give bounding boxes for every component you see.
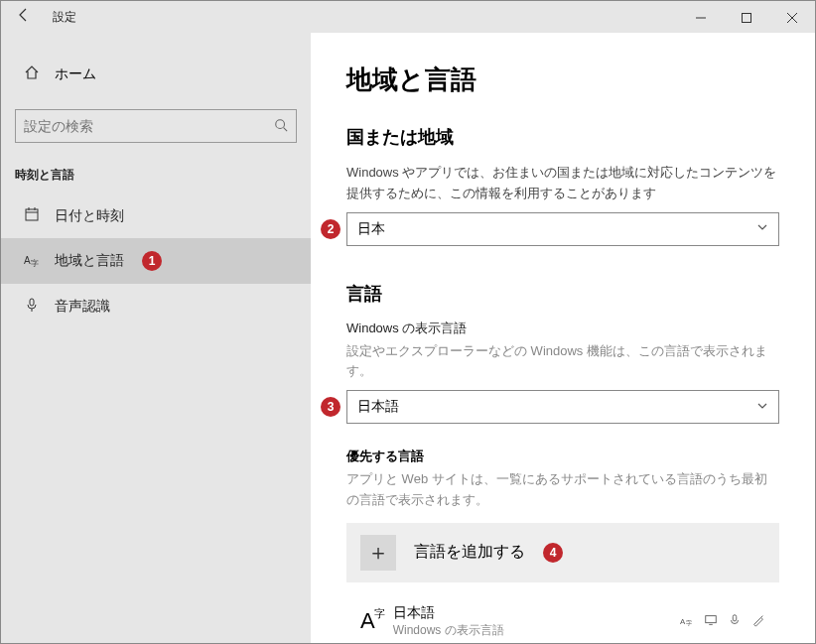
display-language-value: 日本語 — [357, 398, 399, 416]
callout-1: 1 — [142, 251, 162, 271]
svg-rect-4 — [26, 209, 38, 220]
svg-text:A: A — [680, 616, 686, 625]
preferred-languages-desc: アプリと Web サイトは、一覧にあるサポートされている言語のうち最初の言語で表… — [346, 469, 779, 511]
plus-icon: ＋ — [360, 535, 396, 571]
calendar-icon — [23, 206, 41, 225]
display-language-label: Windows の表示言語 — [346, 320, 779, 337]
sidebar-item-label: 音声認識 — [55, 298, 110, 316]
search-icon — [274, 118, 288, 135]
svg-rect-1 — [743, 13, 751, 22]
region-desc: Windows やアプリでは、お住まいの国または地域に対応したコンテンツを提供す… — [346, 163, 779, 204]
speech-icon — [728, 613, 742, 630]
display-icon — [704, 613, 718, 630]
home-icon — [23, 64, 41, 83]
language-sub: Windows の表示言語 — [393, 622, 504, 639]
category-label: 時刻と言語 — [1, 167, 311, 193]
sidebar-item-label: 日付と時刻 — [55, 207, 124, 225]
add-language-label: 言語を追加する — [414, 542, 525, 563]
page-title: 地域と言語 — [346, 63, 779, 97]
language-icon: A字 — [23, 252, 41, 271]
svg-point-2 — [276, 119, 285, 128]
sidebar-item-region-language[interactable]: A字 地域と言語 1 — [1, 238, 311, 284]
display-language-dropdown[interactable]: 日本語 — [346, 390, 779, 424]
titlebar: 設定 — [1, 1, 815, 33]
maximize-button[interactable] — [724, 2, 769, 32]
microphone-icon — [23, 297, 41, 316]
language-heading: 言語 — [346, 282, 779, 306]
callout-3: 3 — [321, 397, 340, 417]
svg-line-3 — [284, 127, 288, 131]
language-entry[interactable]: A字 日本語 Windows の表示言語 A字 — [346, 596, 779, 643]
sidebar: ホーム 時刻と言語 日付と時刻 A字 地域と言語 1 音声認識 — [1, 33, 311, 643]
language-name: 日本語 — [393, 604, 504, 622]
chevron-down-icon — [756, 221, 768, 236]
chevron-down-icon — [756, 400, 768, 415]
sidebar-item-speech[interactable]: 音声認識 — [1, 284, 311, 328]
callout-4: 4 — [543, 543, 563, 563]
back-button[interactable] — [1, 7, 47, 27]
sidebar-item-datetime[interactable]: 日付と時刻 — [1, 193, 311, 238]
home-nav[interactable]: ホーム — [1, 57, 311, 91]
region-dropdown[interactable]: 日本 — [346, 212, 779, 246]
region-heading: 国または地域 — [346, 125, 779, 149]
svg-text:字: 字 — [31, 259, 39, 268]
window-title: 設定 — [53, 9, 76, 26]
search-input[interactable] — [24, 118, 274, 134]
search-box[interactable] — [15, 109, 297, 143]
svg-rect-10 — [30, 299, 34, 306]
display-language-desc: 設定やエクスプローラーなどの Windows 機能は、この言語で表示されます。 — [346, 341, 779, 383]
home-label: ホーム — [55, 65, 96, 83]
main-content: 地域と言語 国または地域 Windows やアプリでは、お住まいの国または地域に… — [311, 33, 815, 643]
region-value: 日本 — [357, 220, 385, 238]
svg-rect-13 — [706, 615, 717, 622]
handwriting-icon — [751, 613, 765, 630]
sidebar-item-label: 地域と言語 — [55, 252, 124, 270]
language-glyph-icon: A字 — [360, 608, 375, 634]
callout-2: 2 — [321, 219, 340, 239]
svg-text:A: A — [24, 255, 31, 266]
minimize-button[interactable] — [678, 2, 724, 32]
close-button[interactable] — [769, 2, 815, 32]
preferred-languages-label: 優先する言語 — [346, 448, 779, 465]
svg-rect-15 — [733, 615, 737, 621]
svg-text:字: 字 — [686, 619, 692, 626]
add-language-button[interactable]: ＋ 言語を追加する 4 — [346, 523, 779, 582]
language-feature-icons: A字 — [680, 613, 765, 630]
text-to-speech-icon: A字 — [680, 613, 694, 630]
